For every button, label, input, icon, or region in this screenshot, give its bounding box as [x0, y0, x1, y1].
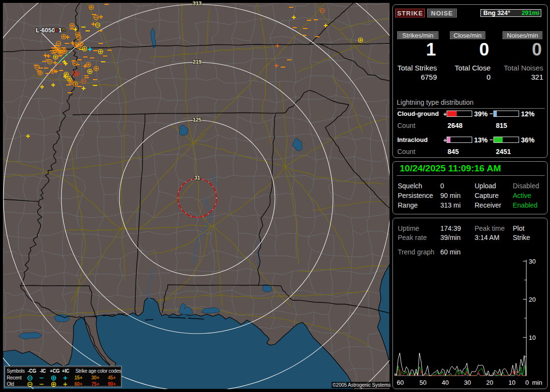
svg-text:10: 10 [529, 334, 536, 341]
svg-text:50: 50 [420, 379, 426, 386]
svg-text:40: 40 [442, 379, 449, 386]
svg-text:L-6050+1^: L-6050+1^ [36, 27, 66, 34]
svg-text:0: 0 [525, 379, 529, 386]
svg-text:31: 31 [194, 175, 200, 181]
svg-text:20: 20 [486, 379, 493, 386]
svg-text:min: min [532, 379, 542, 386]
svg-text:30: 30 [529, 258, 536, 265]
svg-text:10: 10 [508, 379, 515, 386]
svg-text:60: 60 [397, 379, 404, 386]
svg-text:125: 125 [193, 117, 202, 123]
svg-text:20: 20 [529, 296, 536, 303]
svg-text:219: 219 [193, 59, 202, 65]
svg-text:30: 30 [464, 379, 471, 386]
